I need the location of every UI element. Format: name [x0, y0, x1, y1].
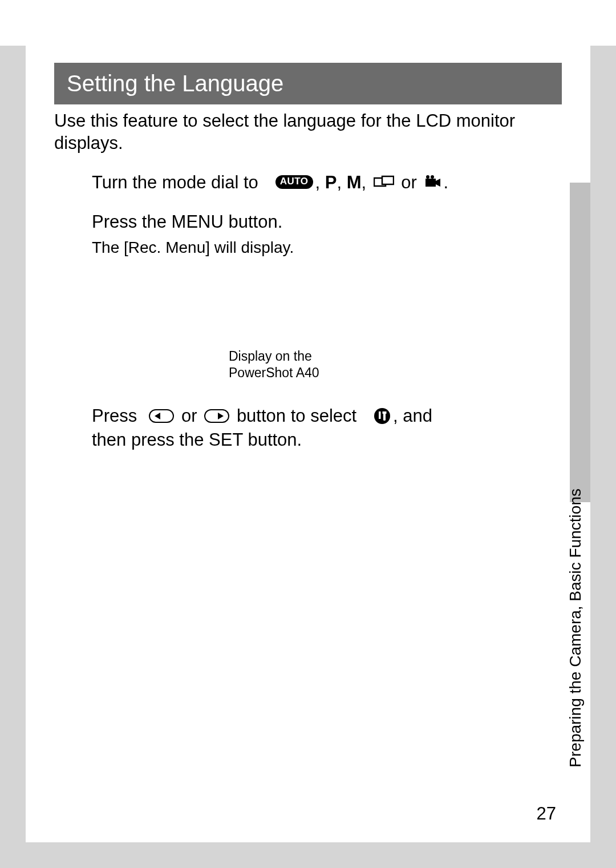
step1-prefix: Turn the mode dial to — [92, 171, 273, 195]
caption-line2: PowerShot A40 — [229, 365, 488, 381]
svg-point-4 — [426, 175, 429, 179]
step-2: Press the MENU button. The [Rec. Menu] w… — [92, 210, 488, 257]
svg-rect-13 — [382, 411, 386, 414]
manual-page: Setting the Language Use this feature to… — [26, 46, 590, 842]
svg-point-5 — [431, 175, 434, 179]
right-arrow-button-icon — [204, 409, 229, 423]
side-section-label: Preparing the Camera, Basic Functions — [566, 488, 585, 768]
display-caption: Display on the PowerShot A40 — [229, 348, 488, 381]
intro-text: Use this feature to select the language … — [54, 110, 562, 155]
svg-rect-1 — [382, 176, 394, 184]
svg-marker-9 — [218, 413, 224, 419]
step-3: Press or button to select — [92, 404, 488, 452]
step3-t3: button to select — [232, 404, 371, 428]
steps-block: Turn the mode dial to AUTO , P , M , or — [92, 171, 488, 452]
step3-t1: Press — [92, 404, 147, 428]
auto-pill-label: AUTO — [275, 175, 313, 189]
auto-mode-icon: AUTO — [275, 175, 313, 189]
svg-rect-6 — [149, 410, 173, 422]
caption-line1: Display on the — [229, 348, 488, 365]
side-thumb-tab — [570, 183, 590, 502]
page-number: 27 — [537, 804, 556, 824]
section-heading: Setting the Language — [54, 63, 562, 104]
sep: , — [361, 171, 371, 195]
svg-rect-2 — [425, 179, 436, 187]
mode-p: P — [325, 171, 337, 195]
svg-marker-3 — [436, 179, 440, 187]
step-3-line: Press or button to select — [92, 404, 488, 428]
step3-t4: , and — [393, 404, 432, 428]
svg-point-10 — [374, 408, 390, 424]
mode-m: M — [347, 171, 362, 195]
movie-mode-icon — [424, 175, 441, 189]
step-1-line: Turn the mode dial to AUTO , P , M , or — [92, 171, 488, 195]
left-arrow-button-icon — [149, 409, 174, 423]
step3-t2: or — [176, 404, 202, 428]
sep: , — [315, 171, 325, 195]
svg-rect-8 — [205, 410, 229, 422]
step-3-line-2: then press the SET button. — [92, 428, 488, 452]
top-white-bar — [0, 0, 616, 46]
svg-marker-7 — [155, 413, 160, 419]
step-1: Turn the mode dial to AUTO , P , M , or — [92, 171, 488, 195]
step-2-sub: The [Rec. Menu] will display. — [92, 239, 488, 257]
step1-end: . — [444, 171, 449, 195]
svg-rect-11 — [379, 411, 381, 419]
step-2-line: Press the MENU button. — [92, 210, 488, 234]
step2-text: Press the MENU button. — [92, 210, 282, 234]
sep: , — [337, 171, 346, 195]
step3-t5: then press the SET button. — [92, 428, 302, 452]
stitch-assist-icon — [374, 175, 394, 189]
or-text: or — [396, 171, 422, 195]
setup-menu-icon — [374, 407, 391, 425]
